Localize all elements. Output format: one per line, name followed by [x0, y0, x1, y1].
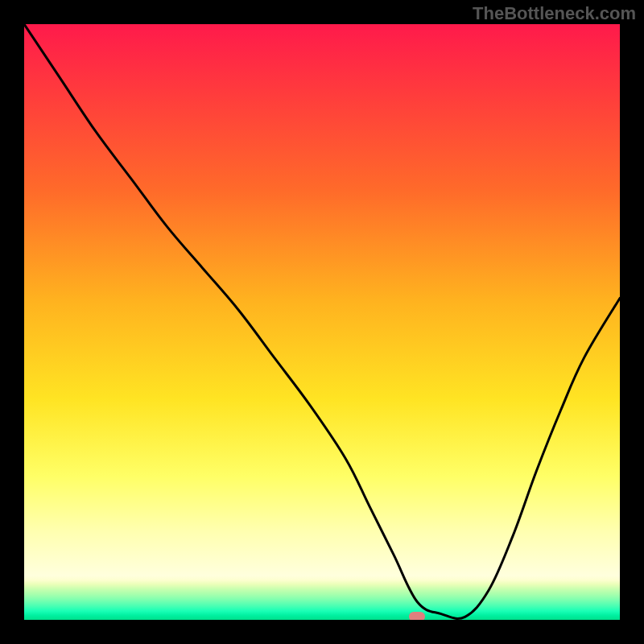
bottleneck-curve	[24, 24, 620, 620]
chart-frame: TheBottleneck.com	[0, 0, 644, 644]
optimal-marker-icon	[409, 612, 425, 620]
watermark-text: TheBottleneck.com	[473, 3, 636, 24]
plot-area	[24, 24, 620, 620]
